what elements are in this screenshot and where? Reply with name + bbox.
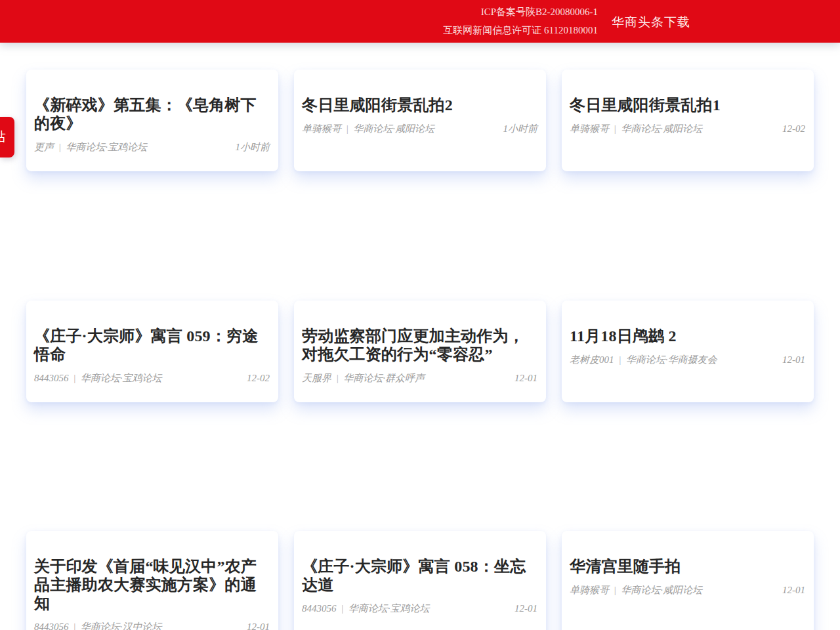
post-author[interactable]: 单骑猴哥 [570, 585, 609, 595]
post-card[interactable]: 《庄子·大宗师》寓言 059：穷途悟命 8443056|华商论坛·宝鸡论坛 12… [26, 301, 278, 402]
post-meta: 单骑猴哥|华商论坛·咸阳论坛 1小时前 [302, 123, 537, 135]
post-meta: 8443056|华商论坛·宝鸡论坛 12-02 [34, 372, 270, 385]
meta-separator: | [614, 123, 616, 134]
post-author[interactable]: 老树皮001 [570, 354, 614, 365]
post-author[interactable]: 8443056 [34, 373, 69, 383]
post-title[interactable]: 劳动监察部门应更加主动作为，对拖欠工资的行为“零容忍” [302, 327, 537, 364]
post-time: 1小时前 [236, 141, 270, 154]
post-author[interactable]: 8443056 [302, 603, 337, 614]
post-title[interactable]: 11月18日鸬鹚 2 [570, 327, 805, 345]
post-meta-left: 单骑猴哥|华商论坛·咸阳论坛 [570, 584, 702, 597]
post-card[interactable]: 冬日里咸阳街景乱拍1 单骑猴哥|华商论坛·咸阳论坛 12-02 [562, 70, 814, 171]
post-meta: 单骑猴哥|华商论坛·咸阳论坛 12-02 [570, 123, 805, 135]
post-meta: 8443056|华商论坛·汉中论坛 12-01 [34, 621, 270, 630]
feed-row: 《庄子·大宗师》寓言 059：穷途悟命 8443056|华商论坛·宝鸡论坛 12… [26, 301, 814, 402]
post-time: 12-01 [782, 585, 805, 596]
app-download-link[interactable]: 华商头条下载 [612, 14, 690, 31]
icp-record-number: ICP备案号陕B2-20080006-1 [443, 3, 598, 21]
post-title[interactable]: 《庄子·大宗师》寓言 058：坐忘达道 [302, 557, 537, 594]
post-meta-left: 8443056|华商论坛·宝鸡论坛 [302, 602, 429, 615]
post-time: 12-02 [247, 373, 270, 384]
post-meta: 单骑猴哥|华商论坛·咸阳论坛 12-01 [570, 584, 805, 597]
post-card[interactable]: 冬日里咸阳街景乱拍2 单骑猴哥|华商论坛·咸阳论坛 1小时前 [294, 70, 546, 171]
post-author[interactable]: 更声 [34, 142, 54, 152]
post-card[interactable]: 11月18日鸬鹚 2 老树皮001|华商论坛·华商摄友会 12-01 [562, 301, 814, 402]
meta-separator: | [614, 585, 616, 595]
post-card[interactable]: 华清宫里随手拍 单骑猴哥|华商论坛·咸阳论坛 12-01 [562, 531, 814, 630]
post-title[interactable]: 《庄子·大宗师》寓言 059：穷途悟命 [34, 327, 270, 364]
post-meta-left: 老树皮001|华商论坛·华商摄友会 [570, 354, 717, 366]
side-tab-label: 站 [0, 130, 6, 143]
meta-separator: | [336, 373, 339, 383]
post-forum[interactable]: 华商论坛·咸阳论坛 [353, 123, 434, 134]
post-author[interactable]: 天服界 [302, 373, 331, 383]
post-title[interactable]: 冬日里咸阳街景乱拍2 [302, 96, 537, 114]
post-feed: 《新碎戏》第五集：《皂角树下的夜》 更声|华商论坛·宝鸡论坛 1小时前 冬日里咸… [26, 70, 814, 630]
meta-separator: | [58, 142, 61, 152]
post-title[interactable]: 关于印发《首届“味见汉中”农产品主播助农大赛实施方案》的通知 [34, 557, 270, 612]
post-meta: 8443056|华商论坛·宝鸡论坛 12-01 [302, 602, 537, 615]
post-meta-left: 单骑猴哥|华商论坛·咸阳论坛 [570, 123, 702, 135]
top-red-bar: ICP备案号陕B2-20080006-1 互联网新闻信息许可证 61120180… [0, 0, 840, 43]
post-meta: 天服界|华商论坛·群众呼声 12-01 [302, 372, 537, 385]
post-forum[interactable]: 华商论坛·咸阳论坛 [621, 123, 702, 134]
post-card[interactable]: 《庄子·大宗师》寓言 058：坐忘达道 8443056|华商论坛·宝鸡论坛 12… [294, 531, 546, 630]
post-title[interactable]: 冬日里咸阳街景乱拍1 [570, 96, 805, 114]
post-card[interactable]: 《新碎戏》第五集：《皂角树下的夜》 更声|华商论坛·宝鸡论坛 1小时前 [26, 70, 278, 171]
post-title[interactable]: 华清宫里随手拍 [570, 557, 805, 576]
post-meta: 更声|华商论坛·宝鸡论坛 1小时前 [34, 141, 270, 154]
post-meta-left: 天服界|华商论坛·群众呼声 [302, 372, 425, 385]
post-forum[interactable]: 华商论坛·宝鸡论坛 [66, 142, 147, 152]
feed-row: 关于印发《首届“味见汉中”农产品主播助农大赛实施方案》的通知 8443056|华… [26, 531, 814, 630]
post-meta: 老树皮001|华商论坛·华商摄友会 12-01 [570, 354, 805, 366]
post-forum[interactable]: 华商论坛·群众呼声 [343, 373, 425, 383]
side-tab-button[interactable]: 站 [0, 117, 14, 158]
post-time: 12-01 [514, 373, 537, 384]
post-meta-left: 更声|华商论坛·宝鸡论坛 [34, 141, 147, 154]
post-title[interactable]: 《新碎戏》第五集：《皂角树下的夜》 [34, 96, 270, 133]
post-card[interactable]: 劳动监察部门应更加主动作为，对拖欠工资的行为“零容忍” 天服界|华商论坛·群众呼… [294, 301, 546, 402]
post-card[interactable]: 关于印发《首届“味见汉中”农产品主播助农大赛实施方案》的通知 8443056|华… [26, 531, 278, 630]
post-meta-left: 单骑猴哥|华商论坛·咸阳论坛 [302, 123, 434, 135]
post-author[interactable]: 单骑猴哥 [302, 123, 341, 134]
post-meta-left: 8443056|华商论坛·宝鸡论坛 [34, 372, 161, 385]
post-forum[interactable]: 华商论坛·咸阳论坛 [621, 585, 702, 595]
post-meta-left: 8443056|华商论坛·汉中论坛 [34, 621, 161, 630]
meta-separator: | [74, 621, 76, 630]
post-time: 12-01 [247, 621, 270, 630]
post-forum[interactable]: 华商论坛·汉中论坛 [81, 621, 162, 630]
post-time: 12-01 [782, 354, 805, 366]
meta-separator: | [341, 603, 344, 614]
post-time: 1小时前 [503, 123, 538, 135]
post-forum[interactable]: 华商论坛·华商摄友会 [626, 354, 717, 365]
meta-separator: | [619, 354, 621, 365]
icp-license-block: ICP备案号陕B2-20080006-1 互联网新闻信息许可证 61120180… [443, 3, 598, 39]
post-forum[interactable]: 华商论坛·宝鸡论坛 [348, 603, 430, 614]
meta-separator: | [74, 373, 76, 383]
post-author[interactable]: 8443056 [34, 621, 69, 630]
post-forum[interactable]: 华商论坛·宝鸡论坛 [81, 373, 162, 383]
feed-row: 《新碎戏》第五集：《皂角树下的夜》 更声|华商论坛·宝鸡论坛 1小时前 冬日里咸… [26, 70, 814, 171]
news-license-number: 互联网新闻信息许可证 61120180001 [443, 21, 598, 39]
post-time: 12-01 [514, 603, 537, 614]
post-author[interactable]: 单骑猴哥 [570, 123, 609, 134]
meta-separator: | [346, 123, 348, 134]
post-time: 12-02 [782, 123, 805, 135]
